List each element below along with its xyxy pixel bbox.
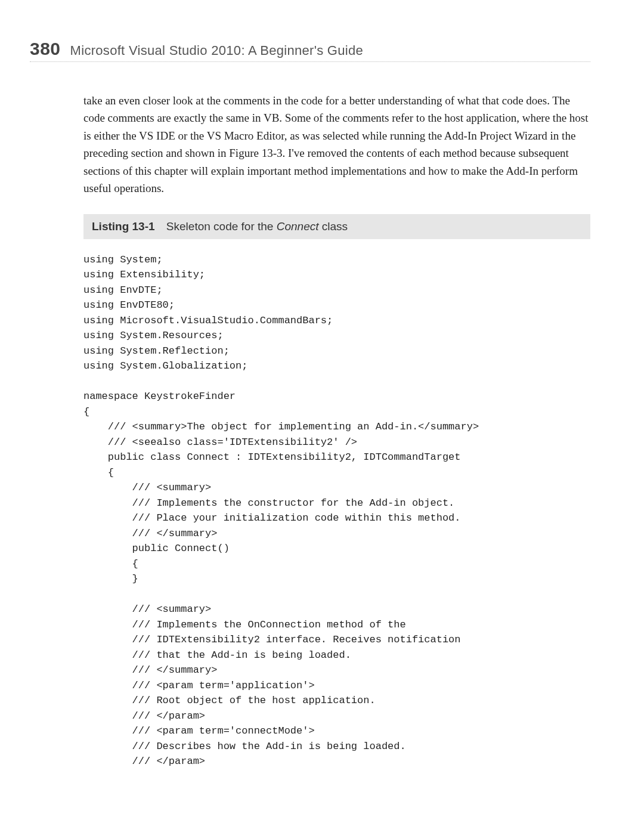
book-title: Microsoft Visual Studio 2010: A Beginner… [70,43,363,58]
code-listing: using System; using Extensibility; using… [83,252,590,769]
page-number: 380 [30,39,61,59]
listing-label: Listing 13-1 [92,220,155,233]
listing-desc-before: Skeleton code for the [166,220,277,233]
listing-desc-em: Connect [277,220,319,233]
page-container: 380 Microsoft Visual Studio 2010: A Begi… [0,0,644,793]
listing-desc-after: class [318,220,348,233]
page-header: 380 Microsoft Visual Studio 2010: A Begi… [30,39,590,62]
body-paragraph: take an even closer look at the comments… [83,92,590,197]
listing-heading: Listing 13-1 Skeleton code for the Conne… [83,214,590,239]
